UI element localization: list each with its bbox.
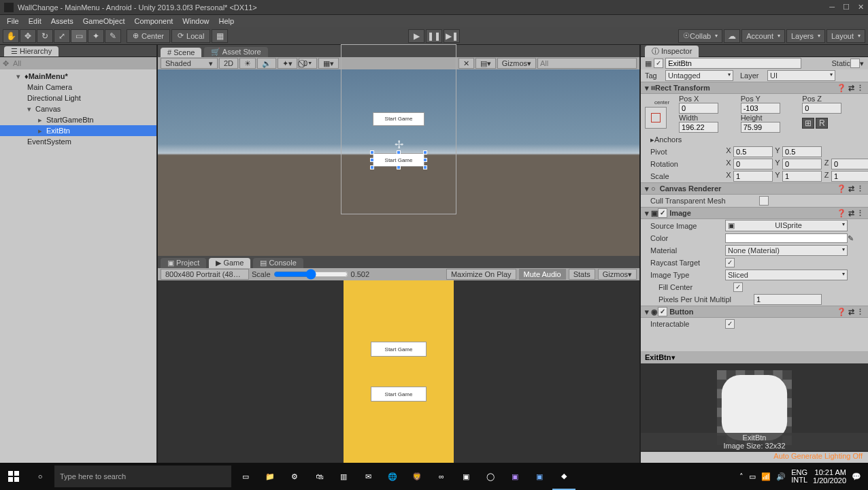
fillcenter-checkbox[interactable] <box>733 282 743 292</box>
menu-help[interactable]: Help <box>214 16 238 27</box>
menu-assets[interactable]: Assets <box>47 16 78 27</box>
auto-lighting-off[interactable]: Auto Generate Lighting Off <box>641 452 868 463</box>
layer-dropdown[interactable]: UI <box>767 70 835 81</box>
wifi-icon[interactable]: 📶 <box>761 472 771 481</box>
hierarchy-tree[interactable]: ▾♦ MainMenu* Main Camera Directional Lig… <box>0 69 156 463</box>
taskbar-search[interactable]: Type here to search <box>54 466 231 487</box>
console-tab[interactable]: ▤ Console <box>253 258 303 268</box>
unreal-icon[interactable]: ◯ <box>479 463 502 490</box>
posx-input[interactable] <box>679 103 718 114</box>
project-tab[interactable]: ▣ Project <box>161 258 206 268</box>
image-header[interactable]: ▾ ▣ Image❓ ⇄ ⋮ <box>641 207 868 219</box>
draw-mode-dropdown[interactable]: Shaded▾ <box>161 58 218 69</box>
asset-store-tab[interactable]: 🛒 Asset Store <box>204 47 267 57</box>
anchor-preset-button[interactable]: center <box>645 99 679 129</box>
snap-toggle[interactable]: ▦ <box>212 29 228 43</box>
hand-tool[interactable]: ✋ <box>3 29 19 43</box>
grid-toggle[interactable]: ▦▾ <box>318 58 339 69</box>
collab-dropdown[interactable]: ☉ Collab <box>678 29 722 43</box>
aspect-dropdown[interactable]: 800x480 Portrait (480x800) <box>161 269 249 280</box>
tree-item-selected[interactable]: ▸ExitBtn <box>0 125 156 136</box>
raw-edit-mode[interactable]: R <box>816 118 828 129</box>
move-tool[interactable]: ✥ <box>20 29 36 43</box>
canvas-renderer-header[interactable]: ▾ ○ Canvas Renderer❓ ⇄ ⋮ <box>641 182 868 195</box>
posz-input[interactable] <box>802 103 841 114</box>
rot-y[interactable] <box>782 159 822 169</box>
rot-x[interactable] <box>733 159 773 169</box>
minimize-button[interactable]: ─ <box>829 3 835 12</box>
exit-button-preview[interactable]: Start Game <box>373 153 424 167</box>
account-dropdown[interactable]: Account <box>741 29 785 43</box>
game-view[interactable]: Start Game Start Game <box>158 280 639 463</box>
selected-rect[interactable]: Start Game <box>373 153 424 167</box>
scene-search[interactable] <box>537 58 637 69</box>
tag-dropdown[interactable]: Untagged <box>665 70 733 81</box>
gizmo-view[interactable]: ▤▾ <box>475 58 496 69</box>
pivot-y[interactable] <box>782 146 822 157</box>
inspector-tab[interactable]: ⓘ Inspector <box>645 46 699 57</box>
camera-icon[interactable]: ✕ <box>458 58 474 69</box>
tray-up-icon[interactable]: ˄ <box>739 472 744 481</box>
transform-tool[interactable]: ✦ <box>88 29 104 43</box>
rect-transform-header[interactable]: ▾ ⌗ Rect Transform❓ ⇄ ⋮ <box>641 82 868 94</box>
play-button[interactable]: ▶ <box>408 29 424 43</box>
maximize-on-play[interactable]: Maximize On Play <box>446 269 516 280</box>
scale-slider[interactable] <box>273 269 348 280</box>
cull-checkbox[interactable] <box>759 196 769 206</box>
audio-toggle[interactable]: 🔊 <box>257 58 276 69</box>
menu-edit[interactable]: Edit <box>24 16 46 27</box>
eyedropper-icon[interactable]: ✎ <box>848 234 854 243</box>
explorer-icon[interactable]: 📁 <box>258 463 282 490</box>
scene-view[interactable]: Start Game ✢ Start Game <box>158 69 639 256</box>
pivot-center[interactable]: ⊕Center <box>127 29 170 43</box>
start-button[interactable] <box>0 463 27 490</box>
width-input[interactable] <box>679 122 718 133</box>
tree-item[interactable]: EventSystem <box>0 136 156 147</box>
interactable-checkbox[interactable] <box>725 319 735 329</box>
button-header[interactable]: ▾ ◉ Button❓ ⇄ ⋮ <box>641 306 868 318</box>
sound-icon[interactable]: 🔊 <box>776 472 786 481</box>
language-indicator[interactable]: ENGINTL <box>791 469 807 484</box>
2d-toggle[interactable]: 2D <box>219 58 238 69</box>
game-start-button-2[interactable]: Start Game <box>371 387 427 402</box>
tree-item[interactable]: ▾Canvas <box>0 103 156 114</box>
rect-tool[interactable]: ▭ <box>71 29 87 43</box>
tree-item[interactable]: ▸StartGameBtn <box>0 114 156 125</box>
sc-x[interactable] <box>733 171 773 182</box>
posy-input[interactable] <box>741 103 780 114</box>
close-button[interactable]: ✕ <box>858 3 864 12</box>
cortana-icon[interactable]: ○ <box>29 463 52 490</box>
hierarchy-search[interactable] <box>12 58 154 69</box>
rotate-tool[interactable]: ↻ <box>37 29 53 43</box>
mute-audio[interactable]: Mute Audio <box>519 269 566 280</box>
hierarchy-tab[interactable]: ☰ Hierarchy <box>4 46 59 56</box>
maximize-button[interactable]: ☐ <box>843 3 850 12</box>
hidden-count[interactable]: ⃠0▾ <box>299 58 317 69</box>
menu-component[interactable]: Component <box>130 16 177 27</box>
tree-scene-root[interactable]: ▾♦ MainMenu* <box>0 71 156 82</box>
visual-studio-icon[interactable]: ∞ <box>430 463 453 490</box>
premiere-icon[interactable]: ▣ <box>503 463 527 490</box>
color-field[interactable] <box>725 233 848 243</box>
layout-dropdown[interactable]: Layout <box>827 29 865 43</box>
fx-toggle[interactable]: ✦▾ <box>278 58 297 69</box>
active-checkbox[interactable] <box>654 59 663 68</box>
browser-icon[interactable]: 🌐 <box>381 463 404 490</box>
static-checkbox[interactable] <box>850 59 860 68</box>
imagetype-dropdown[interactable]: Sliced <box>725 270 848 280</box>
game-tab[interactable]: ▶ Game <box>209 258 250 268</box>
menu-gameobject[interactable]: GameObject <box>79 16 129 27</box>
source-image-field[interactable]: ▣UISprite <box>725 220 848 231</box>
brave-icon[interactable]: 🦁 <box>405 463 429 490</box>
lighting-toggle[interactable]: ☀ <box>239 58 256 69</box>
step-button[interactable]: ▶❚ <box>444 29 460 43</box>
button-enabled[interactable] <box>658 307 667 316</box>
menu-file[interactable]: File <box>3 16 23 27</box>
unity-hub-icon[interactable]: ◆ <box>552 463 575 490</box>
object-name-input[interactable] <box>665 58 801 69</box>
stats-button[interactable]: Stats <box>569 269 595 280</box>
preview-header[interactable]: ExitBtn ▾ <box>641 351 868 363</box>
ppu-input[interactable] <box>754 294 822 305</box>
raycast-checkbox[interactable] <box>725 258 735 267</box>
settings-icon[interactable]: ⚙ <box>283 463 306 490</box>
